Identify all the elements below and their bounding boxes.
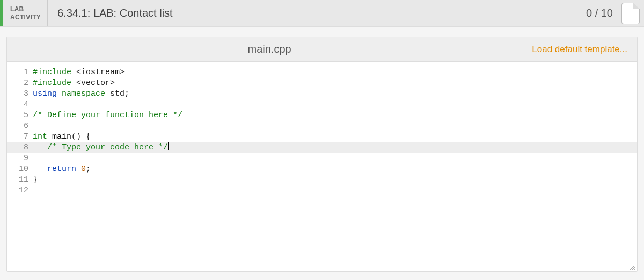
line-number: 4 [7,99,33,110]
line-number: 6 [7,121,33,132]
line-number: 2 [7,78,33,89]
code-line-active: 8 /* Type your code here */ [7,142,637,153]
line-number: 9 [7,153,33,164]
code-line: 5/* Define your function here */ [7,110,637,121]
code-line: 1#include <iostream> [7,67,637,78]
filename-label: main.cpp [7,43,532,55]
line-number: 8 [7,142,33,153]
code-line: 3using namespace std; [7,89,637,99]
code-line: 6 [7,121,637,132]
editor-panel: main.cpp Load default template... 1#incl… [6,37,638,272]
code-editor[interactable]: 1#include <iostream> 2#include <vector> … [7,62,637,196]
line-number: 11 [7,175,33,185]
code-line: 7int main() { [7,132,637,142]
lab-title: 6.34.1: LAB: Contact list [48,0,586,26]
line-number: 3 [7,89,33,99]
badge-line-2: ACTIVITY [10,13,41,21]
line-number: 12 [7,185,33,196]
badge-line-1: LAB [10,5,41,13]
load-default-template-link[interactable]: Load default template... [532,44,637,55]
resize-handle-icon[interactable] [628,263,636,270]
text-cursor [168,142,169,150]
code-line: 9 [7,153,637,164]
line-number: 7 [7,132,33,142]
line-number: 1 [7,67,33,78]
lab-header: LAB ACTIVITY 6.34.1: LAB: Contact list 0… [0,0,644,27]
score-display: 0 / 10 [586,0,619,26]
bookmark-button[interactable] [621,3,640,24]
svg-line-2 [634,269,635,270]
lab-activity-badge: LAB ACTIVITY [3,0,48,26]
code-line: 10 return 0; [7,164,637,175]
code-line: 2#include <vector> [7,78,637,89]
editor-header: main.cpp Load default template... [7,37,637,62]
line-number: 10 [7,164,33,175]
code-line: 12 [7,185,637,196]
code-line: 4 [7,99,637,110]
line-number: 5 [7,110,33,121]
code-line: 11} [7,175,637,185]
